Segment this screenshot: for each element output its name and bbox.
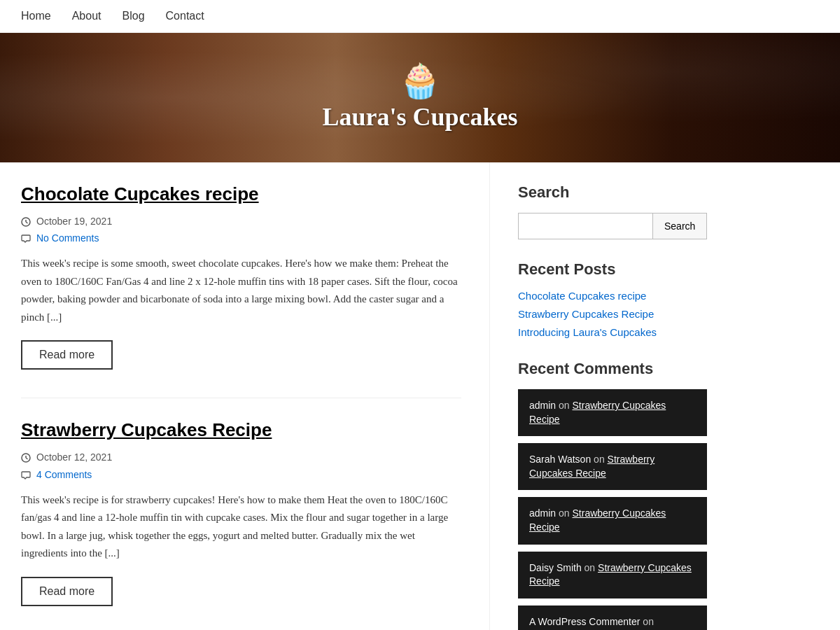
recent-post-3: Introducing Laura's Cupcakes — [518, 326, 707, 339]
clock-icon-2 — [21, 451, 32, 463]
post-1-title: Chocolate Cupcakes recipe — [21, 183, 461, 205]
recent-posts-list: Chocolate Cupcakes recipe Strawberry Cup… — [518, 290, 707, 339]
comment-1: admin on Strawberry Cupcakes Recipe — [518, 389, 707, 436]
recent-post-1: Chocolate Cupcakes recipe — [518, 290, 707, 302]
post-1-read-more[interactable]: Read more — [21, 340, 113, 370]
recent-post-3-link[interactable]: Introducing Laura's Cupcakes — [518, 326, 657, 338]
post-1-date: October 19, 2021 — [36, 216, 112, 227]
comment-3: admin on Strawberry Cupcakes Recipe — [518, 497, 707, 544]
post-1-meta: October 19, 2021 — [21, 215, 461, 227]
nav-blog[interactable]: Blog — [122, 10, 145, 22]
nav-contact[interactable]: Contact — [166, 10, 204, 22]
nav-about[interactable]: About — [72, 10, 102, 22]
recent-post-2: Strawberry Cupcakes Recipe — [518, 308, 707, 321]
recent-posts-section: Recent Posts Chocolate Cupcakes recipe S… — [518, 260, 707, 339]
post-2-title: Strawberry Cupcakes Recipe — [21, 419, 461, 441]
comment-bubble-icon-1 — [21, 232, 32, 244]
search-input[interactable] — [518, 213, 653, 239]
comment-3-author: admin — [529, 507, 556, 519]
search-button[interactable]: Search — [653, 213, 707, 239]
post-2-excerpt: This week's recipe is for strawberry cup… — [21, 491, 461, 563]
recent-post-1-link[interactable]: Chocolate Cupcakes recipe — [518, 290, 646, 302]
page-layout: Chocolate Cupcakes recipe October 19, 20… — [0, 162, 840, 630]
recent-post-2-link[interactable]: Strawberry Cupcakes Recipe — [518, 308, 654, 320]
post-1-comments: No Comments — [21, 232, 461, 244]
svg-line-2 — [26, 222, 28, 223]
comment-bubble-icon-2 — [21, 468, 32, 479]
comment-1-author: admin — [529, 400, 556, 411]
comment-5: A WordPress Commenter on Introducing Lau… — [518, 606, 707, 630]
recent-comments-list: admin on Strawberry Cupcakes Recipe Sara… — [518, 389, 707, 630]
recent-comments-title: Recent Comments — [518, 360, 707, 378]
search-title: Search — [518, 183, 707, 202]
post-divider — [21, 398, 461, 398]
main-content: Chocolate Cupcakes recipe October 19, 20… — [0, 162, 490, 630]
post-1-excerpt: This week's recipe is some smooth, sweet… — [21, 255, 461, 326]
recent-comments-section: Recent Comments admin on Strawberry Cupc… — [518, 360, 707, 630]
post-1-comments-link[interactable]: No Comments — [36, 232, 99, 244]
post-2: Strawberry Cupcakes Recipe October 12, 2… — [21, 419, 461, 606]
search-section: Search Search — [518, 183, 707, 239]
post-2-comments-link[interactable]: 4 Comments — [36, 469, 92, 480]
post-2-read-more[interactable]: Read more — [21, 577, 113, 606]
post-2-title-link[interactable]: Strawberry Cupcakes Recipe — [21, 419, 272, 440]
nav-home[interactable]: Home — [21, 10, 51, 22]
sidebar: Search Search Recent Posts Chocolate Cup… — [490, 162, 728, 630]
comment-5-author: A WordPress Commenter — [529, 616, 640, 627]
search-row: Search — [518, 213, 707, 239]
comment-2-author: Sarah Watson — [529, 454, 591, 465]
clock-icon-1 — [21, 215, 32, 227]
comment-4-author: Daisy Smith — [529, 562, 582, 573]
main-nav: Home About Blog Contact — [0, 0, 840, 33]
comment-4: Daisy Smith on Strawberry Cupcakes Recip… — [518, 552, 707, 598]
post-2-meta: October 12, 2021 — [21, 451, 461, 463]
post-2-comments: 4 Comments — [21, 468, 461, 479]
post-1: Chocolate Cupcakes recipe October 19, 20… — [21, 183, 461, 370]
svg-line-5 — [26, 458, 28, 459]
recent-posts-title: Recent Posts — [518, 260, 707, 279]
post-1-title-link[interactable]: Chocolate Cupcakes recipe — [21, 183, 259, 204]
site-title: Laura's Cupcakes — [322, 102, 517, 132]
cupcake-icon: 🧁 — [399, 64, 441, 98]
post-2-date: October 12, 2021 — [36, 451, 112, 463]
comment-2: Sarah Watson on Strawberry Cupcakes Reci… — [518, 443, 707, 490]
hero-banner: 🧁 Laura's Cupcakes — [0, 33, 840, 162]
